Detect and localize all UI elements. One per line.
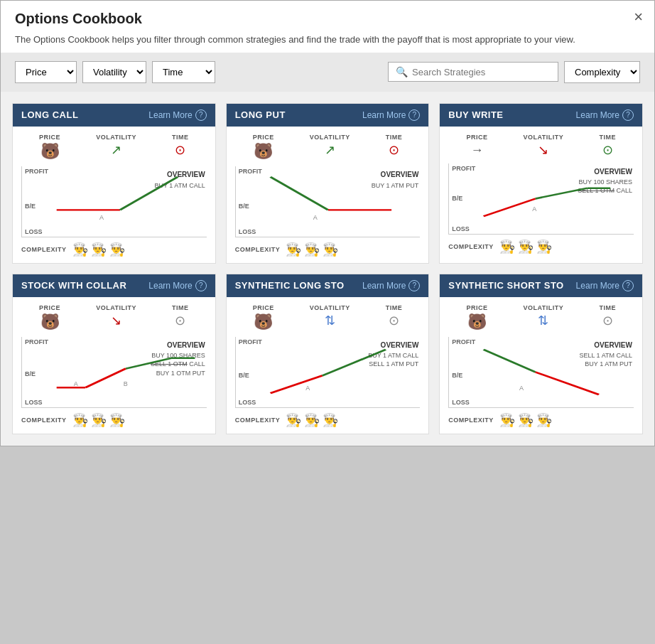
- svg-line-4: [484, 198, 536, 216]
- svg-line-8: [85, 368, 126, 387]
- price-icon-put: 🐻: [254, 144, 273, 159]
- card-stock-collar: STOCK WITH COLLAR Learn More ? PRICE 🐻 V…: [12, 274, 216, 434]
- filter-bar: Price Bullish Bearish Neutral Volatility…: [1, 53, 654, 92]
- modal-description: The Options Cookbook helps you filter th…: [15, 33, 640, 47]
- chart-stock-collar: PROFIT B/E LOSS A B OVERVIEW BUY 100 SHA…: [21, 337, 207, 408]
- price-filter[interactable]: Price Bullish Bearish Neutral: [15, 61, 77, 83]
- volatility-icon: ↗: [111, 144, 121, 156]
- learn-more-buy-write[interactable]: Learn More ?: [576, 109, 634, 121]
- card-header-synthetic-short: SYNTHETIC SHORT STO Learn More ?: [440, 274, 642, 297]
- time-filter[interactable]: Time Short Medium Long: [152, 61, 215, 83]
- volatility-indicator: VOLATILITY ↗: [96, 134, 136, 159]
- card-title-synthetic-long: SYNTHETIC LONG STO: [235, 280, 345, 291]
- time-icon: ⊙: [175, 144, 185, 156]
- learn-more-synthetic-short[interactable]: Learn More ?: [576, 280, 634, 291]
- svg-line-2: [270, 176, 328, 210]
- options-cookbook-modal: Options Cookbook × The Options Cookbook …: [0, 0, 655, 446]
- price-icon: 🐻: [40, 144, 60, 159]
- svg-line-12: [322, 349, 385, 375]
- svg-line-14: [536, 372, 599, 395]
- price-indicator: PRICE 🐻: [39, 134, 60, 159]
- chart-synthetic-long: PROFIT B/E LOSS A OVERVIEW BUY 1 ATM CAL…: [235, 337, 421, 408]
- learn-more-stock-collar[interactable]: Learn More ?: [148, 280, 206, 291]
- chef-icon-1: 👨‍🍳: [72, 243, 88, 256]
- chart-long-call: PROFIT B/E LOSS A OVERVIEW BUY 1 ATM CAL…: [21, 166, 207, 237]
- card-title-synthetic-short: SYNTHETIC SHORT STO: [448, 280, 563, 291]
- search-box: 🔍: [388, 62, 558, 82]
- learn-more-long-call[interactable]: Learn More ?: [148, 109, 206, 121]
- learn-more-icon: ?: [195, 109, 207, 121]
- cards-grid: LONG CALL Learn More ? PRICE 🐻 VOLATILIT…: [1, 92, 654, 446]
- indicators-row: PRICE 🐻 VOLATILITY ↗ TIME ⊙: [21, 134, 207, 159]
- modal-title: Options Cookbook: [15, 11, 640, 27]
- chart-buy-write: PROFIT B/E LOSS A OVERVIEW BUY 100 SHARE…: [448, 163, 634, 235]
- card-header-long-call: LONG CALL Learn More ?: [13, 104, 215, 127]
- chef-icon-2: 👨‍🍳: [91, 243, 107, 256]
- chef-icon-3: 👨‍🍳: [109, 243, 125, 256]
- svg-line-1: [120, 176, 178, 210]
- chart-synthetic-short: PROFIT B/E LOSS A OVERVIEW SELL 1 ATM CA…: [448, 337, 634, 408]
- volatility-filter[interactable]: Volatility High Low Neutral: [82, 61, 146, 83]
- card-header-long-put: LONG PUT Learn More ?: [227, 104, 429, 127]
- chart-long-put: PROFIT B/E LOSS A OVERVIEW BUY 1 ATM PUT: [235, 166, 421, 237]
- card-body-buy-write: PRICE → VOLATILITY ↘ TIME ⊙ PROFIT B/E: [440, 127, 642, 260]
- svg-line-11: [270, 375, 322, 393]
- card-body-long-call: PRICE 🐻 VOLATILITY ↗ TIME ⊙ PROFIT B/E: [13, 127, 215, 263]
- card-title-buy-write: BUY WRITE: [448, 109, 503, 120]
- card-header-buy-write: BUY WRITE Learn More ?: [440, 104, 642, 127]
- complexity-filter[interactable]: Complexity Low Medium High: [564, 61, 640, 83]
- close-button[interactable]: ×: [634, 9, 643, 25]
- svg-line-5: [536, 188, 588, 198]
- learn-more-long-put[interactable]: Learn More ?: [362, 109, 420, 121]
- svg-line-13: [484, 349, 536, 372]
- complexity-row-long-call: COMPLEXITY 👨‍🍳 👨‍🍳 👨‍🍳: [21, 243, 207, 256]
- modal-header: Options Cookbook × The Options Cookbook …: [1, 1, 654, 53]
- card-header-synthetic-long: SYNTHETIC LONG STO Learn More ?: [227, 274, 429, 297]
- card-header-stock-collar: STOCK WITH COLLAR Learn More ?: [13, 274, 215, 297]
- search-input[interactable]: [412, 67, 551, 77]
- card-synthetic-long: SYNTHETIC LONG STO Learn More ? PRICE 🐻 …: [226, 274, 430, 434]
- card-long-put: LONG PUT Learn More ? PRICE 🐻 VOLATILITY…: [226, 103, 430, 264]
- svg-line-9: [126, 358, 172, 368]
- card-body-stock-collar: PRICE 🐻 VOLATILITY ↘ TIME ⊙ PROFIT B/E: [13, 297, 215, 434]
- card-buy-write: BUY WRITE Learn More ? PRICE → VOLATILIT…: [439, 103, 643, 264]
- chart-svg-long-call: [22, 166, 207, 237]
- time-indicator: TIME ⊙: [172, 134, 189, 159]
- card-body-synthetic-long: PRICE 🐻 VOLATILITY ⇅ TIME ⊙ PROFIT B/E: [227, 297, 429, 434]
- card-long-call: LONG CALL Learn More ? PRICE 🐻 VOLATILIT…: [12, 103, 216, 264]
- card-synthetic-short: SYNTHETIC SHORT STO Learn More ? PRICE 🐻…: [439, 274, 643, 434]
- card-body-synthetic-short: PRICE 🐻 VOLATILITY ⇅ TIME ⊙ PROFIT B/E: [440, 297, 642, 434]
- card-title-long-put: LONG PUT: [235, 109, 286, 120]
- card-title-long-call: LONG CALL: [21, 109, 78, 120]
- card-title-stock-collar: STOCK WITH COLLAR: [21, 280, 126, 291]
- search-icon: 🔍: [396, 66, 408, 77]
- card-body-long-put: PRICE 🐻 VOLATILITY ↗ TIME ⊙ PROFIT B/E: [227, 127, 429, 263]
- learn-more-synthetic-long[interactable]: Learn More ?: [362, 280, 420, 291]
